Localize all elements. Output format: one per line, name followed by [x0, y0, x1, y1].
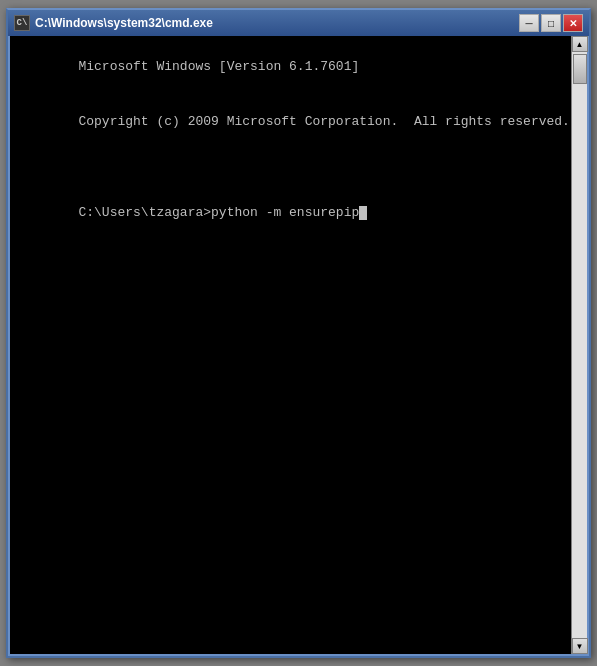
close-button[interactable]: ✕ — [563, 14, 583, 32]
title-bar-buttons: ─ □ ✕ — [519, 14, 583, 32]
title-bar-left: C\ C:\Windows\system32\cmd.exe — [14, 15, 213, 31]
scrollbar-down-button[interactable]: ▼ — [572, 638, 588, 654]
window-icon: C\ — [14, 15, 30, 31]
terminal-area[interactable]: Microsoft Windows [Version 6.1.7601] Cop… — [10, 36, 571, 654]
maximize-button[interactable]: □ — [541, 14, 561, 32]
prompt-line: C:\Users\tzagara>python -m ensurepip — [78, 205, 359, 220]
minimize-button[interactable]: ─ — [519, 14, 539, 32]
window-body: Microsoft Windows [Version 6.1.7601] Cop… — [8, 36, 589, 656]
scrollbar-thumb[interactable] — [573, 54, 587, 84]
scrollbar-up-button[interactable]: ▲ — [572, 36, 588, 52]
window-title: C:\Windows\system32\cmd.exe — [35, 16, 213, 30]
scrollbar-track[interactable] — [572, 52, 587, 638]
scrollbar: ▲ ▼ — [571, 36, 587, 654]
title-bar: C\ C:\Windows\system32\cmd.exe ─ □ ✕ — [8, 10, 589, 36]
cmd-window: C\ C:\Windows\system32\cmd.exe ─ □ ✕ Mic… — [6, 8, 591, 658]
copyright-line: Copyright (c) 2009 Microsoft Corporation… — [78, 114, 569, 129]
terminal-output: Microsoft Windows [Version 6.1.7601] Cop… — [16, 40, 565, 240]
cursor — [359, 206, 367, 220]
version-line: Microsoft Windows [Version 6.1.7601] — [78, 59, 359, 74]
